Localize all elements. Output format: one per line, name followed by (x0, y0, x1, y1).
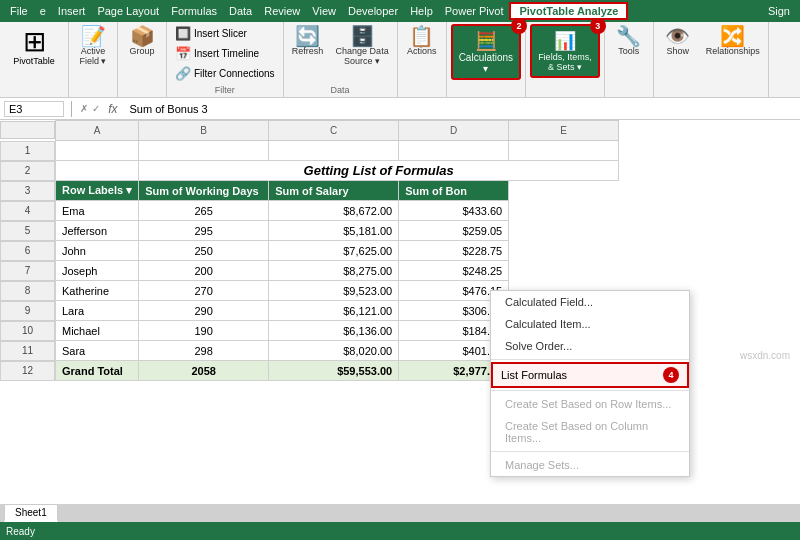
show-icon: 👁️ (665, 26, 690, 46)
ribbon-group-tools: 🔧 Tools (605, 22, 654, 97)
ribbon-group-pivottable: ⊞ PivotTable (0, 22, 69, 97)
cell-lara[interactable]: Lara (56, 301, 139, 321)
tools-button[interactable]: 🔧 Tools (609, 24, 649, 58)
cell-katherine[interactable]: Katherine (56, 281, 139, 301)
actions-icon: 📋 (409, 26, 434, 46)
fields-items-sets-button[interactable]: 📊 Fields, Items,& Sets ▾ (530, 24, 600, 78)
table-row: 6 John 250 $7,625.00 $228.75 (0, 241, 619, 261)
dropdown-list-formulas[interactable]: List Formulas 4 (491, 362, 689, 388)
menu-developer[interactable]: Developer (342, 3, 404, 19)
formula-bar: │ ✗ ✓ fx (0, 98, 800, 120)
status-text: Ready (6, 526, 35, 537)
active-field-button[interactable]: 📝 Active Field ▾ (73, 24, 113, 68)
pivottable-icon: ⊞ (23, 28, 46, 56)
table-row: 5 Jefferson 295 $5,181.00 $259.05 (0, 221, 619, 241)
fields-items-dropdown: Calculated Field... Calculated Item... S… (490, 290, 690, 477)
calculations-icon: 🧮 (475, 30, 497, 52)
cell-grand-total: Grand Total (56, 361, 139, 381)
header-salary: Sum of Salary (269, 181, 399, 201)
check-icon: ✓ (92, 103, 100, 114)
insert-timeline-button[interactable]: 📅 Insert Timeline (171, 44, 263, 63)
menu-formulas[interactable]: Formulas (165, 3, 223, 19)
pivottable-button[interactable]: ⊞ PivotTable (4, 24, 64, 70)
bottom-area: Sheet1 Ready (0, 504, 800, 540)
tools-icon: 🔧 (616, 26, 641, 46)
watermark: wsxdn.com (740, 350, 790, 361)
filter-connections-button[interactable]: 🔗 Filter Connections (171, 64, 279, 83)
menu-file[interactable]: File (4, 3, 34, 19)
fields-items-icon: 📊 (554, 30, 576, 52)
header-row-labels[interactable]: Row Labels ▾ (56, 181, 139, 201)
ribbon: ⊞ PivotTable 📝 Active Field ▾ (0, 22, 800, 98)
dropdown-manage-sets: Manage Sets... (491, 454, 689, 476)
dropdown-solve-order[interactable]: Solve Order... (491, 335, 689, 357)
ribbon-group-show: 👁️ Show 🔀 Relationships (654, 22, 769, 97)
menu-review[interactable]: Review (258, 3, 306, 19)
show-button[interactable]: 👁️ Show (658, 24, 698, 58)
sheet-tabs: Sheet1 (0, 504, 800, 522)
row-1: 1 (0, 141, 619, 161)
cross-icon: ✗ (80, 103, 88, 114)
cell-sara[interactable]: Sara (56, 341, 139, 361)
row-3-headers: 3 Row Labels ▾ Sum of Working Days Sum o… (0, 181, 619, 201)
dropdown-create-set-row: Create Set Based on Row Items... (491, 393, 689, 415)
group-button[interactable]: 📦 Group (122, 24, 162, 58)
pivottable-label: PivotTable (13, 56, 55, 66)
menu-insert[interactable]: Insert (52, 3, 92, 19)
header-working-days: Sum of Working Days (139, 181, 269, 201)
change-datasource-button[interactable]: 🗄️ Change DataSource ▾ (332, 24, 393, 68)
insert-slicer-button[interactable]: 🔲 Insert Slicer (171, 24, 251, 43)
cell-joseph[interactable]: Joseph (56, 261, 139, 281)
table-row: 7 Joseph 200 $8,275.00 $248.25 (0, 261, 619, 281)
col-header-A: A (56, 121, 139, 141)
actions-button[interactable]: 📋 Actions (402, 24, 442, 58)
datasource-icon: 🗄️ (350, 26, 375, 46)
col-header-B: B (139, 121, 269, 141)
ribbon-group-data: 🔄 Refresh 🗄️ Change DataSource ▾ Data (284, 22, 398, 97)
formula-input[interactable] (125, 102, 796, 116)
group-icon: 📦 (130, 26, 155, 46)
cell-ema[interactable]: Ema (56, 201, 139, 221)
badge-4: 4 (663, 367, 679, 383)
badge-3: 3 (590, 18, 606, 34)
ribbon-group-filter: 🔲 Insert Slicer 📅 Insert Timeline 🔗 Filt… (167, 22, 284, 97)
badge-2: 2 (511, 18, 527, 34)
table-row: 4 Ema 265 $8,672.00 $433.60 (0, 201, 619, 221)
relationships-icon: 🔀 (720, 26, 745, 46)
dropdown-calculated-field[interactable]: Calculated Field... (491, 291, 689, 313)
cell-reference[interactable] (4, 101, 64, 117)
row-2-title: 2 Getting List of Formulas (0, 161, 619, 181)
ribbon-group-actions: 📋 Actions (398, 22, 447, 97)
spreadsheet-title: Getting List of Formulas (139, 161, 619, 181)
menu-power-pivot[interactable]: Power Pivot (439, 3, 510, 19)
sign-button[interactable]: Sign (762, 3, 796, 19)
menu-help[interactable]: Help (404, 3, 439, 19)
ribbon-group-group: 📦 Group (118, 22, 167, 97)
refresh-button[interactable]: 🔄 Refresh (288, 24, 328, 58)
dropdown-calculated-item[interactable]: Calculated Item... (491, 313, 689, 335)
spreadsheet-area: A B C D E 1 2 Getting List of Formulas 3… (0, 120, 800, 381)
dropdown-divider-2 (491, 390, 689, 391)
dropdown-create-set-col: Create Set Based on Column Items... (491, 415, 689, 449)
menu-page-layout[interactable]: Page Layout (91, 3, 165, 19)
menu-pivottable-analyze[interactable]: PivotTable Analyze (509, 2, 628, 20)
filter-icon: 🔗 (175, 66, 191, 81)
ribbon-group-fields-items: 📊 Fields, Items,& Sets ▾ 3 (526, 22, 605, 97)
cell-michael[interactable]: Michael (56, 321, 139, 341)
formula-bar-separator: │ (68, 101, 76, 116)
col-header-C: C (269, 121, 399, 141)
menu-data[interactable]: Data (223, 3, 258, 19)
header-bonus: Sum of Bon (399, 181, 509, 201)
cell-john[interactable]: John (56, 241, 139, 261)
relationships-button[interactable]: 🔀 Relationships (702, 24, 764, 58)
cell-jefferson[interactable]: Jefferson (56, 221, 139, 241)
menu-bar: File e Insert Page Layout Formulas Data … (0, 0, 800, 22)
calculations-button[interactable]: 🧮 Calculations ▾ (451, 24, 521, 80)
menu-view[interactable]: View (306, 3, 342, 19)
status-bar: Ready (0, 522, 800, 540)
sheet-tab-1[interactable]: Sheet1 (4, 504, 58, 522)
fx-label: fx (108, 102, 117, 116)
menu-e[interactable]: e (34, 3, 52, 19)
col-header-D: D (399, 121, 509, 141)
timeline-icon: 📅 (175, 46, 191, 61)
